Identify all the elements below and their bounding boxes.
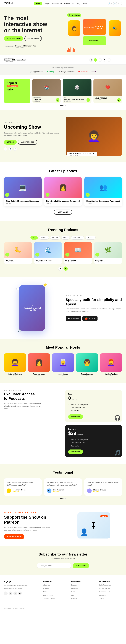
- footer-link-press[interactable]: Press: [43, 591, 47, 593]
- footer-link-podcast[interactable]: Podcast: [71, 584, 77, 586]
- trending-play-2[interactable]: ▶: [35, 253, 39, 256]
- filter-travel[interactable]: TRAVEL: [85, 236, 95, 240]
- facebook-icon[interactable]: f: [4, 592, 8, 595]
- play-button[interactable]: ▶: [94, 58, 97, 62]
- footer-link-privacy[interactable]: Privacy Policy: [43, 594, 53, 596]
- make-reminder-button[interactable]: MAKE REMINDER: [18, 140, 37, 145]
- host-name-3: Janet Cooper: [52, 373, 74, 375]
- search-icon[interactable]: 🔍: [108, 2, 111, 5]
- filter-drama[interactable]: DRAMA: [50, 236, 60, 240]
- nav-event-tour[interactable]: Event & Tour: [64, 2, 74, 4]
- filter-love[interactable]: LOVE: [61, 236, 70, 240]
- instagram-icon[interactable]: in: [13, 592, 17, 595]
- trending-card-1: 🦶 ▶ The Read ★ 1.4 • 5 books: [4, 242, 32, 264]
- episode-play-3[interactable]: ▶: [117, 98, 121, 102]
- footer-link-blog[interactable]: Blog: [71, 594, 74, 596]
- trending-play-3[interactable]: ▶: [65, 253, 69, 256]
- host-role-1: Host: [4, 375, 26, 376]
- bar-5: [72, 50, 72, 52]
- next-button[interactable]: ▶▶: [98, 58, 102, 62]
- nav-blog[interactable]: Blog: [77, 2, 80, 4]
- app-store-button[interactable]: 🍎 App Store: [82, 316, 97, 321]
- pricing-title: Exclusive Access to Podcasts: [4, 392, 37, 401]
- free-price: 0 /month: [68, 396, 119, 401]
- premium-start-button[interactable]: START NOW: [68, 450, 83, 454]
- test-dot-1[interactable]: [60, 498, 63, 499]
- subscribe-button[interactable]: SUBSCRIBE: [73, 563, 89, 568]
- footer-link-hosts[interactable]: Hosts: [71, 591, 75, 593]
- patreon-person: 👤: [80, 528, 88, 536]
- hero-playing-badge: ▶ Playing now...: [83, 36, 106, 45]
- pricing-tag: Package Pricing: [4, 390, 61, 391]
- settings-icon[interactable]: ⚙: [103, 58, 106, 62]
- cart-icon[interactable]: 🛒: [113, 2, 117, 5]
- platform-google-podcasts[interactable]: Google Podcasts: [58, 70, 75, 72]
- strip-label: Latest Podcast: [4, 57, 26, 59]
- spotify-icon[interactable]: ●: [4, 147, 7, 151]
- prev-button[interactable]: ◀: [89, 58, 93, 62]
- episode-img-3: ❤️: [93, 79, 122, 96]
- apple-icon[interactable]: 🎵: [9, 147, 12, 151]
- trending-next[interactable]: ▶: [64, 266, 68, 271]
- twitter-icon[interactable]: t: [9, 592, 12, 595]
- google-icon[interactable]: 🎙: [13, 147, 17, 151]
- episode-emoji-1: 📚: [44, 85, 49, 90]
- dot-3[interactable]: [65, 105, 66, 106]
- footer-link-episodes[interactable]: Episodes: [71, 588, 78, 590]
- trending-play-1[interactable]: ▶: [5, 253, 9, 256]
- upcoming-tag: Upcoming Show: [4, 122, 60, 124]
- trending-play-4[interactable]: ▶: [95, 253, 99, 256]
- filter-all[interactable]: ALL: [31, 236, 38, 240]
- footer-link-address[interactable]: New York, USA: [99, 591, 110, 593]
- all-episodes-button[interactable]: ALL EPISODES: [24, 36, 42, 41]
- footer: YORN Telus rutrum telus pellentesque eu …: [0, 575, 126, 614]
- get-now-button[interactable]: GET NOW: [4, 140, 17, 145]
- youtube-icon[interactable]: ▶: [18, 592, 22, 595]
- nav-show[interactable]: Show: [83, 2, 87, 4]
- donate-button[interactable]: P DONATE NOW: [4, 534, 24, 539]
- filter-dance[interactable]: DANCE: [39, 236, 49, 240]
- free-start-button[interactable]: START NOW: [68, 414, 83, 419]
- nav-home[interactable]: Home: [34, 2, 42, 5]
- host-card-2: 👩 Rose Mendoza Host: [28, 354, 50, 376]
- menu-icon[interactable]: ☰: [118, 2, 122, 5]
- footer-link-instagram[interactable]: Instagram: [99, 594, 106, 596]
- footer-link-email[interactable]: hello@yorn.com: [99, 584, 111, 586]
- footer-link-twitter[interactable]: Twitter: [99, 598, 104, 600]
- hero-decoration: 🎧 Now Playing 👩 🎙 #nowlisteningPODCAST S…: [67, 14, 122, 50]
- test-dot-3[interactable]: [65, 498, 66, 499]
- ep-play-2[interactable]: ▶: [46, 193, 50, 197]
- platform-spotify[interactable]: Spotify: [47, 70, 54, 72]
- nav-discography[interactable]: Discography: [52, 2, 62, 4]
- ep-play-1[interactable]: ▶: [5, 193, 9, 197]
- dot-1[interactable]: [60, 105, 63, 106]
- footer-link-phone[interactable]: +1 800 000 000: [99, 588, 110, 590]
- ep-play-3[interactable]: ▶: [86, 193, 90, 197]
- hero-person-1: 👩: [68, 20, 80, 36]
- footer-link-careers[interactable]: Careers: [43, 588, 49, 590]
- footer-link-contact[interactable]: Contact: [71, 598, 77, 600]
- footer-col-quick-title: QUICK LINK: [71, 580, 94, 582]
- test-avatar-3: C: [87, 488, 92, 493]
- nav-pages[interactable]: Pages: [45, 2, 50, 4]
- footer-link-terms[interactable]: Terms of Service: [43, 598, 55, 600]
- trending-prev[interactable]: ◀: [58, 266, 62, 271]
- view-more-button[interactable]: VIEW MORE: [54, 210, 72, 215]
- list-icon[interactable]: ☰: [107, 58, 110, 62]
- footer-link-about[interactable]: About Us: [43, 584, 50, 586]
- test-author-2: G Glen Marshall ★★★★★: [47, 488, 79, 493]
- email-input[interactable]: [37, 563, 71, 568]
- test-dot-2[interactable]: [63, 498, 64, 499]
- episode-play-2[interactable]: ▶: [86, 98, 90, 102]
- platform-apple-music[interactable]: Apple Music: [30, 70, 43, 72]
- progress-bar[interactable]: [111, 60, 122, 60]
- filter-lifestyle[interactable]: LIFE STYLE: [71, 236, 84, 240]
- platform-youtube[interactable]: YouTube: [78, 70, 87, 72]
- dot-2[interactable]: [63, 105, 64, 106]
- google-play-button[interactable]: ▶ Google Play: [66, 316, 81, 321]
- free-period: /month: [72, 398, 77, 400]
- start-listening-button[interactable]: START LISTENING: [4, 36, 23, 41]
- popular-badge: 🏆 PODCAST: [7, 85, 18, 88]
- brand-logo[interactable]: YORN: [4, 2, 13, 5]
- platform-slack[interactable]: Slack: [91, 70, 96, 72]
